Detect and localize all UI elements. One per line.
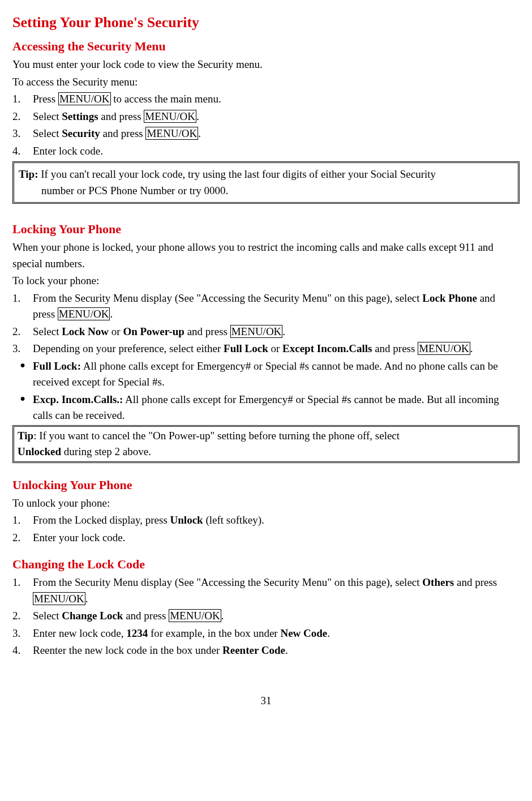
list-number: 2.: [12, 608, 33, 624]
list-content: Excp. Incom.Calls.: All phone calls exce…: [33, 392, 520, 424]
list-number: 3.: [12, 126, 33, 142]
text: and press: [185, 325, 230, 337]
tip-text: If you can't recall your lock code, try …: [38, 168, 436, 180]
list-content: Enter your lock code.: [33, 530, 520, 546]
ordered-list: 1. From the Locked display, press Unlock…: [12, 512, 520, 546]
bold-text: Reenter Code: [222, 644, 285, 656]
list-item: 2. Enter your lock code.: [12, 530, 520, 546]
page-number: 31: [12, 693, 520, 709]
list-item: 2. Select Lock Now or On Power-up and pr…: [12, 324, 520, 340]
heading-unlocking-phone: Unlocking Your Phone: [12, 476, 520, 494]
list-number: 3.: [12, 626, 33, 642]
text: Select: [33, 610, 62, 622]
tip-label: Tip:: [19, 168, 38, 180]
text: for example, in the box under: [148, 627, 280, 639]
list-number: 3.: [12, 341, 33, 357]
bold-text: Lock Now: [62, 325, 109, 337]
list-item: ● Excp. Incom.Calls.: All phone calls ex…: [12, 392, 520, 424]
list-number: 2.: [12, 324, 33, 340]
bold-text: New Code: [280, 627, 327, 639]
list-number: 4.: [12, 143, 33, 160]
text: Enter new lock code,: [33, 627, 126, 639]
list-item: 1. From the Locked display, press Unlock…: [12, 512, 520, 529]
text: Reenter the new lock code in the box und…: [33, 644, 222, 656]
list-content: Enter lock code.: [33, 143, 520, 160]
list-number: 4.: [12, 642, 33, 659]
list-number: 1.: [12, 91, 33, 108]
text: Depending on your preference, select eit…: [33, 342, 224, 354]
text: .: [327, 627, 330, 639]
list-item: 4. Enter lock code.: [12, 143, 520, 160]
tip-text: during step 2 above.: [61, 446, 151, 457]
list-content: From the Security Menu display (See "Acc…: [33, 290, 520, 323]
list-number: 1.: [12, 512, 33, 529]
key-menu-ok: MENU/OK: [418, 342, 470, 355]
ordered-list: 1. From the Security Menu display (See "…: [12, 575, 520, 659]
paragraph: To lock your phone:: [12, 273, 520, 289]
list-content: Enter new lock code, 1234 for example, i…: [33, 626, 520, 642]
list-content: From the Locked display, press Unlock (l…: [33, 512, 520, 529]
text: and press: [372, 342, 418, 354]
list-content: From the Security Menu display (See "Acc…: [33, 575, 520, 607]
text: All phone calls except for Emergency# or…: [33, 360, 498, 388]
text: .: [110, 308, 113, 320]
bold-text: 1234: [126, 627, 148, 639]
page-title: Setting Your Phone's Security: [12, 11, 520, 33]
key-menu-ok: MENU/OK: [230, 325, 283, 338]
bullet-icon: ●: [12, 392, 33, 424]
bullet-list: ● Full Lock: All phone calls except for …: [12, 358, 520, 424]
tip-label: Tip: [18, 430, 33, 442]
bullet-icon: ●: [12, 358, 33, 391]
tip-box: Tip: If you can't recall your lock code,…: [12, 161, 520, 204]
text: or: [268, 342, 282, 354]
list-item: 2. Select Settings and press MENU/OK.: [12, 109, 520, 125]
list-number: 1.: [12, 290, 33, 323]
text: .: [198, 127, 201, 139]
list-content: Select Settings and press MENU/OK.: [33, 109, 520, 125]
bold-text: Security: [62, 127, 100, 139]
heading-accessing-security: Accessing the Security Menu: [12, 37, 520, 55]
text: Select: [33, 127, 62, 139]
bold-text: Except Incom.Calls: [282, 342, 372, 354]
text: Press: [33, 93, 58, 105]
text: .: [221, 610, 224, 622]
list-item: 3. Select Security and press MENU/OK.: [12, 126, 520, 142]
text: to access the main menu.: [111, 93, 221, 105]
bold-text: Lock Phone: [422, 292, 477, 304]
list-number: 1.: [12, 575, 33, 607]
heading-locking-phone: Locking Your Phone: [12, 220, 520, 238]
text: and press: [454, 576, 497, 588]
text: and press: [98, 110, 144, 122]
list-content: Depending on your preference, select eit…: [33, 341, 520, 357]
text: Select: [33, 110, 62, 122]
text: .: [282, 325, 285, 337]
list-item: 4. Reenter the new lock code in the box …: [12, 642, 520, 659]
paragraph: When your phone is locked, your phone al…: [12, 239, 520, 272]
bold-text: Unlock: [170, 514, 203, 526]
bold-text: On Power-up: [123, 325, 185, 337]
list-content: Press MENU/OK to access the main menu.: [33, 91, 520, 108]
bold-text: Others: [422, 576, 454, 588]
bold-text: Unlocked: [18, 446, 61, 457]
list-number: 2.: [12, 530, 33, 546]
list-item: ● Full Lock: All phone calls except for …: [12, 358, 520, 391]
text: .: [85, 593, 88, 605]
tip-text: : If you want to cancel the "On Power-up…: [33, 430, 400, 442]
bold-text: Full Lock: [224, 342, 268, 354]
key-menu-ok: MENU/OK: [58, 307, 110, 320]
text: .: [285, 644, 288, 656]
tip-text: number or PCS Phone Number or try 0000.: [19, 183, 513, 199]
paragraph: You must enter your lock code to view th…: [12, 57, 520, 73]
list-item: 3. Depending on your preference, select …: [12, 341, 520, 357]
list-item: 1. From the Security Menu display (See "…: [12, 290, 520, 323]
text: .: [196, 110, 199, 122]
text: and press: [123, 610, 169, 622]
text: From the Security Menu display (See "Acc…: [33, 576, 422, 588]
list-content: Select Lock Now or On Power-up and press…: [33, 324, 520, 340]
bold-text: Full Lock:: [33, 360, 81, 372]
key-menu-ok: MENU/OK: [144, 110, 196, 123]
ordered-list: 1. Press MENU/OK to access the main menu…: [12, 91, 520, 159]
list-item: 3. Enter new lock code, 1234 for example…: [12, 626, 520, 642]
text: (left softkey).: [203, 514, 264, 526]
list-item: 1. From the Security Menu display (See "…: [12, 575, 520, 607]
